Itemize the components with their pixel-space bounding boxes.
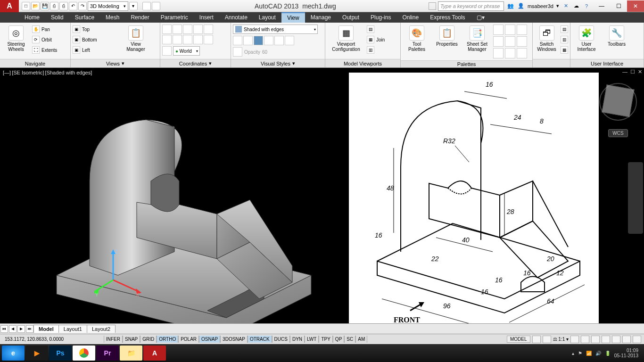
tab-solid[interactable]: Solid <box>45 12 69 23</box>
explorer-icon[interactable]: 📁 <box>120 346 142 361</box>
tab-annotate[interactable]: Annotate <box>219 12 253 23</box>
close-button[interactable]: ✕ <box>627 0 644 12</box>
ucs-icon-2[interactable] <box>173 25 182 34</box>
nav-fullnav-icon[interactable] <box>631 165 640 174</box>
ucs-icon-9[interactable] <box>193 35 203 44</box>
toggle-tpy[interactable]: TPY <box>319 336 332 343</box>
toggle-grid[interactable]: GRID <box>140 336 157 343</box>
nav-showmotion-icon[interactable] <box>631 222 640 231</box>
qat-extra2-icon[interactable] <box>152 2 160 10</box>
ucs-icon-4[interactable] <box>193 25 203 34</box>
tab-surface[interactable]: Surface <box>69 12 100 23</box>
layout-tab-layout1[interactable]: Layout1 <box>58 325 87 333</box>
chevron-down-icon[interactable]: ▾ <box>122 60 124 66</box>
opacity-icon[interactable] <box>233 47 242 57</box>
sr-btn-5[interactable] <box>591 336 600 343</box>
clock[interactable]: 01:0905-11-2013 <box>614 348 638 358</box>
tray-up-icon[interactable]: ▴ <box>572 351 574 356</box>
chrome-icon[interactable] <box>73 346 95 361</box>
chevron-down-icon[interactable]: ▾ <box>292 60 295 66</box>
sr-btn-3[interactable] <box>570 336 579 343</box>
tray-network-icon[interactable]: 📶 <box>586 351 592 356</box>
palette-icon-5[interactable] <box>505 36 515 47</box>
wcs-label[interactable]: WCS <box>608 129 627 137</box>
ucs-icon-6[interactable] <box>162 35 172 44</box>
pan-button[interactable]: ✋Pan <box>32 25 57 34</box>
toggle-ducs[interactable]: DUCS <box>272 336 290 343</box>
ucs-name-selector[interactable]: ● World <box>173 46 200 56</box>
orbit-button[interactable]: ⟳Orbit <box>32 35 57 44</box>
palette-icon-4[interactable] <box>493 36 504 47</box>
ie-icon[interactable]: e <box>2 346 25 361</box>
vs-icon-3[interactable] <box>254 36 263 45</box>
viewport-label[interactable]: [—][SE Isometric][Shaded with edges] <box>3 70 92 75</box>
nav-orbit-icon[interactable] <box>631 207 640 217</box>
tool-palettes-button[interactable]: 🎨Tool Palettes <box>403 25 431 52</box>
tab-prev-icon[interactable]: ◀ <box>9 325 17 333</box>
dropdown-icon[interactable]: ▾ <box>556 3 559 9</box>
layout-tab-layout2[interactable]: Layout2 <box>87 325 116 333</box>
qat-undo-icon[interactable]: ↶ <box>69 2 77 10</box>
properties-button[interactable]: 📋Properties <box>433 25 461 47</box>
vp-minimize-icon[interactable]: — <box>622 69 627 75</box>
tab-render[interactable]: Render <box>125 12 155 23</box>
toggle-infer[interactable]: INFER <box>104 336 123 343</box>
palette-icon-9[interactable] <box>517 48 527 58</box>
steering-wheels-button[interactable]: ◎ Steering Wheels <box>2 25 30 52</box>
sr-btn-9[interactable] <box>633 336 641 343</box>
tray-battery-icon[interactable]: 🔋 <box>605 351 611 356</box>
tab-output[interactable]: Output <box>337 12 365 23</box>
photoshop-icon[interactable]: Ps <box>49 346 72 361</box>
tab-last-icon[interactable]: ⏭ <box>26 325 33 333</box>
user-icon[interactable]: 👤 <box>517 2 525 10</box>
palette-icon-1[interactable] <box>493 25 504 35</box>
tab-insert[interactable]: Insert <box>194 12 219 23</box>
vs-icon-6[interactable] <box>285 36 294 45</box>
toggle-otrack[interactable]: OTRACK <box>248 336 272 343</box>
switch-windows-button[interactable]: 🗗Switch Windows <box>535 25 559 52</box>
vs-icon-2[interactable] <box>243 36 253 45</box>
qat-new-icon[interactable]: □ <box>22 2 30 10</box>
tab-online[interactable]: Online <box>396 12 424 23</box>
vs-icon-4[interactable] <box>264 36 273 45</box>
nav-pan-icon[interactable] <box>631 179 640 189</box>
visual-style-selector[interactable]: Shaded with edges <box>233 25 318 34</box>
win-cascade-icon[interactable]: ▥ <box>561 36 568 43</box>
ribbon-overflow-icon[interactable]: ▢▾ <box>471 12 490 23</box>
vs-icon-1[interactable] <box>233 36 242 45</box>
extents-button[interactable]: ⛶Extents <box>32 45 57 55</box>
sr-btn-2[interactable] <box>543 336 551 343</box>
tab-mesh[interactable]: Mesh <box>100 12 125 23</box>
viewport-config-button[interactable]: ▦ Viewport Configuration <box>327 25 365 52</box>
qat-save-icon[interactable]: 💾 <box>41 2 49 10</box>
search-input[interactable]: Type a keyword or phrase <box>438 1 504 11</box>
view-top-button[interactable]: ▣Top <box>73 25 120 34</box>
infocenter-icon[interactable] <box>429 2 436 10</box>
sr-btn-4[interactable] <box>581 336 589 343</box>
sr-btn-1[interactable] <box>532 336 541 343</box>
view-bottom-button[interactable]: ▣Bottom <box>73 35 120 44</box>
app-logo[interactable]: A <box>0 0 19 12</box>
toggle-polar[interactable]: POLAR <box>178 336 199 343</box>
tab-view[interactable]: View <box>281 12 305 23</box>
exchange-icon[interactable]: ✕ <box>562 2 570 10</box>
palette-icon-3[interactable] <box>517 25 527 35</box>
viewcube-cube[interactable] <box>602 84 635 117</box>
qat-plot-icon[interactable]: ⎙ <box>59 2 68 10</box>
vp-join-button[interactable]: ▦Join <box>367 35 385 44</box>
username[interactable]: msabeer3d <box>528 3 553 9</box>
user-interface-button[interactable]: 🧩User Interface <box>572 25 601 52</box>
palette-icon-2[interactable] <box>505 25 515 35</box>
viewcube[interactable]: WCS <box>597 87 639 139</box>
ucs-icon-1[interactable] <box>162 25 172 34</box>
vp-maximize-icon[interactable]: ☐ <box>630 69 635 75</box>
tab-next-icon[interactable]: ▶ <box>17 325 25 333</box>
tab-express-tools[interactable]: Express Tools <box>424 12 471 23</box>
view-manager-button[interactable]: 📋 View Manager <box>122 25 150 52</box>
chevron-down-icon[interactable]: ▾ <box>209 60 212 66</box>
toggle-dyn[interactable]: DYN <box>290 336 305 343</box>
qat-extra1-icon[interactable] <box>142 2 151 10</box>
tray-flag-icon[interactable]: ⚑ <box>578 351 582 356</box>
tab-plug-ins[interactable]: Plug-ins <box>365 12 396 23</box>
qat-more-icon[interactable]: ▾ <box>129 2 138 10</box>
